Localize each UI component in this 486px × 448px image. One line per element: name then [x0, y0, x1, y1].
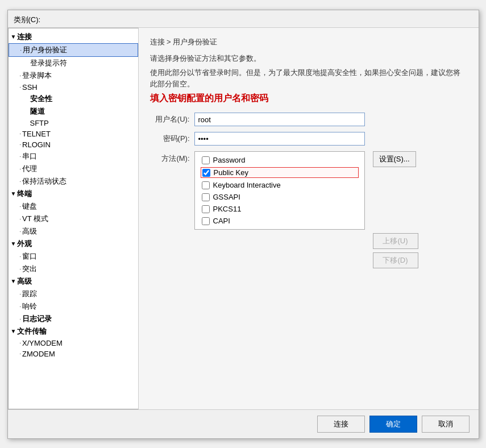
checkbox-pkcs11[interactable]	[202, 205, 210, 213]
tree-item-advanced[interactable]: ·高级	[9, 225, 138, 238]
checkbox-keyboard_interactive[interactable]	[202, 181, 210, 189]
connect-button[interactable]: 连接	[317, 416, 365, 433]
content-panel: 连接 > 用户身份验证 请选择身份验证方法和其它参数。 使用此部分以节省登录时间…	[139, 28, 479, 409]
cancel-button[interactable]: 取消	[422, 416, 470, 433]
tree-item-label-filetransfer: 文件传输	[17, 326, 47, 337]
tree-item-label-auth: 用户身份验证	[23, 45, 67, 55]
collapse-icon[interactable]: ▼	[11, 34, 16, 40]
tree-item-log[interactable]: ·日志记录	[9, 313, 138, 325]
move-up-button[interactable]: 上移(U)	[373, 233, 418, 249]
tree-item-zmodem[interactable]: ·ZMODEM	[9, 349, 138, 359]
ok-button[interactable]: 确定	[369, 416, 417, 433]
method-item-password[interactable]: Password	[201, 155, 359, 165]
bullet-icon: ·	[20, 316, 22, 322]
tree-item-login_script[interactable]: ·登录脚本	[9, 69, 138, 82]
tree-item-label-login_prompt: 登录提示符	[30, 58, 67, 68]
tree-item-window[interactable]: ·窗口	[9, 250, 138, 263]
tree-item-label-ssh: SSH	[22, 83, 38, 92]
password-row: 密码(P):	[150, 132, 467, 146]
tree-item-label-terminal: 终端	[17, 189, 32, 199]
main-content: ▼连接·用户身份验证登录提示符·登录脚本·SSH安全性隧道SFTP·TELNET…	[8, 27, 479, 409]
bullet-icon: ·	[20, 304, 22, 309]
username-row: 用户名(U):	[150, 113, 467, 126]
username-input[interactable]	[194, 113, 365, 126]
username-label: 用户名(U):	[150, 114, 190, 125]
bullet-icon: ·	[20, 142, 22, 147]
tree-panel: ▼连接·用户身份验证登录提示符·登录脚本·SSH安全性隧道SFTP·TELNET…	[8, 28, 139, 409]
tree-item-highlight[interactable]: ·突出	[9, 263, 138, 275]
tree-item-label-proxy: 代理	[22, 164, 37, 174]
tree-item-label-login_script: 登录脚本	[22, 70, 52, 81]
method-row: 方法(M): PasswordPublic KeyKeyboard Intera…	[150, 151, 467, 268]
tree-item-ssh[interactable]: ·SSH	[9, 82, 138, 93]
tree-item-telnet[interactable]: ·TELNET	[9, 128, 138, 139]
bullet-icon: ·	[20, 254, 22, 259]
bullet-icon: ·	[20, 166, 22, 172]
tree-item-label-window: 窗口	[22, 251, 37, 262]
checkbox-capi[interactable]	[202, 217, 210, 225]
method-label-keyboard_interactive: Keyboard Interactive	[213, 181, 281, 189]
tree-item-trace[interactable]: ·跟踪	[9, 288, 138, 300]
collapse-icon[interactable]: ▼	[11, 278, 16, 284]
tree-item-label-appearance: 外观	[17, 239, 32, 249]
tree-item-label-sftp: SFTP	[30, 119, 49, 127]
collapse-icon[interactable]: ▼	[11, 240, 16, 247]
tree-item-xymodem[interactable]: ·X/YMODEM	[9, 338, 138, 349]
category-label: 类别(C):	[8, 10, 479, 27]
tree-item-label-rlogin: RLOGIN	[22, 140, 51, 149]
tree-item-advanced2[interactable]: ▼高级	[9, 275, 138, 288]
tree-item-bell[interactable]: ·响铃	[9, 300, 138, 313]
method-item-gssapi[interactable]: GSSAPI	[201, 192, 359, 202]
collapse-icon[interactable]: ▼	[11, 190, 16, 197]
tree-item-rlogin[interactable]: ·RLOGIN	[9, 139, 138, 150]
settings-button[interactable]: 设置(S)...	[373, 151, 416, 167]
method-buttons: 设置(S)...	[373, 151, 416, 167]
password-input[interactable]	[194, 132, 365, 146]
tree-item-login_prompt[interactable]: 登录提示符	[9, 57, 138, 69]
tree-item-serial[interactable]: ·串口	[9, 150, 138, 163]
tree-item-label-tunnel: 隧道	[30, 106, 45, 117]
collapse-icon[interactable]: ▼	[11, 328, 16, 334]
method-item-capi[interactable]: CAPI	[201, 216, 359, 226]
bullet-icon: ·	[20, 154, 22, 159]
tree-item-keyboard[interactable]: ·键盘	[9, 200, 138, 213]
bottom-bar: 连接 确定 取消	[8, 409, 479, 438]
method-item-public_key[interactable]: Public Key	[201, 167, 359, 178]
tree-item-terminal[interactable]: ▼终端	[9, 188, 138, 200]
checkbox-password[interactable]	[202, 156, 210, 164]
tree-item-filetransfer[interactable]: ▼文件传输	[9, 325, 138, 338]
tree-item-connection[interactable]: ▼连接	[9, 31, 138, 43]
password-label: 密码(P):	[150, 134, 190, 144]
bullet-icon: ·	[20, 266, 22, 272]
tree-item-vt_mode[interactable]: ·VT 模式	[9, 213, 138, 225]
tree-item-label-advanced: 高级	[22, 226, 37, 237]
method-label-pkcs11: PKCS11	[213, 205, 242, 213]
tree-item-appearance[interactable]: ▼外观	[9, 238, 138, 250]
method-label-password: Password	[213, 156, 246, 164]
bullet-icon: ·	[20, 47, 22, 53]
move-down-button[interactable]: 下移(D)	[373, 252, 418, 268]
method-label-gssapi: GSSAPI	[213, 193, 240, 201]
method-label: 方法(M):	[150, 151, 190, 164]
tree-item-auth[interactable]: ·用户身份验证	[9, 43, 138, 57]
tree-item-label-log: 日志记录	[22, 314, 52, 324]
checkbox-public_key[interactable]	[202, 169, 210, 177]
tree-item-tunnel[interactable]: 隧道	[9, 105, 138, 118]
checkbox-gssapi[interactable]	[202, 193, 210, 201]
tree-item-label-connection: 连接	[17, 32, 32, 42]
description1: 请选择身份验证方法和其它参数。	[150, 53, 467, 64]
tree-item-label-keyboard: 键盘	[22, 201, 37, 211]
bullet-icon: ·	[20, 204, 22, 209]
tree-item-sftp[interactable]: SFTP	[9, 118, 138, 128]
tree-item-keepalive[interactable]: ·保持活动状态	[9, 175, 138, 188]
tree-item-label-keepalive: 保持活动状态	[22, 176, 67, 186]
method-item-pkcs11[interactable]: PKCS11	[201, 204, 359, 214]
tree-item-security[interactable]: 安全性	[9, 93, 138, 105]
bullet-icon: ·	[20, 216, 22, 222]
bullet-icon: ·	[20, 291, 22, 297]
breadcrumb: 连接 > 用户身份验证	[150, 37, 467, 47]
tree-item-label-bell: 响铃	[22, 301, 37, 312]
method-item-keyboard_interactive[interactable]: Keyboard Interactive	[201, 180, 359, 190]
bullet-icon: ·	[20, 229, 22, 234]
tree-item-proxy[interactable]: ·代理	[9, 163, 138, 175]
